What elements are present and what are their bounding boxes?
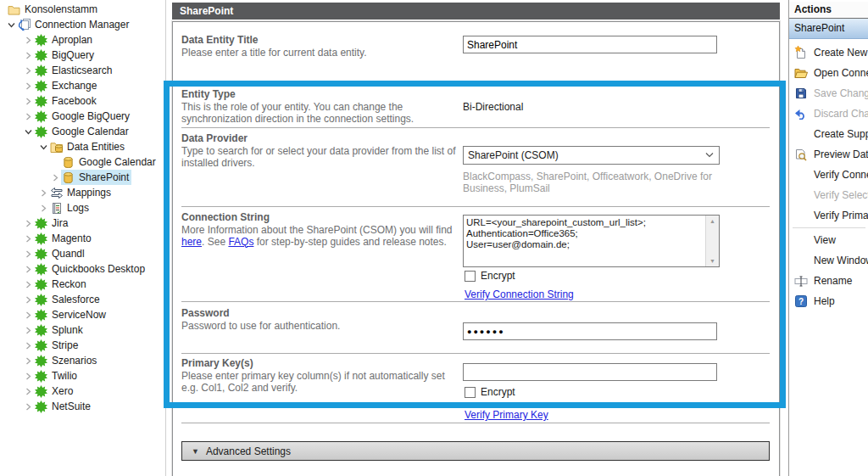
tree-item-salesforce[interactable]: Salesforce (0, 292, 165, 307)
tree-item-body[interactable]: Xero (34, 384, 75, 399)
faqs-link[interactable]: FAQs (228, 236, 253, 248)
tree-item-body[interactable]: Elasticsearch (34, 63, 114, 78)
tree-item-twilio[interactable]: Twilio (0, 368, 165, 384)
tree-item-aproplan[interactable]: Aproplan (0, 32, 165, 48)
chevron-right-icon[interactable] (22, 400, 34, 412)
chevron-right-icon[interactable] (37, 187, 49, 199)
tree-item-body[interactable]: Reckon (34, 277, 89, 292)
chevron-right-icon[interactable] (22, 232, 34, 244)
action-create-suppo[interactable]: Create Suppo (789, 124, 868, 144)
tree-selected-highlight[interactable]: SharePoint (61, 170, 131, 185)
tree-item-logs[interactable]: Logs (0, 200, 165, 216)
tree-item-body[interactable]: Aproplan (34, 32, 95, 48)
encrypt-checkbox[interactable] (465, 387, 476, 398)
chevron-right-icon[interactable] (22, 80, 34, 92)
tree-item-elasticsearch[interactable]: Elasticsearch (0, 63, 165, 78)
chevron-right-icon[interactable] (22, 34, 34, 46)
connection-string-textarea[interactable]: URL=<your_sharepoint_custom_url_list>; A… (463, 215, 720, 267)
tree-item-body[interactable]: Twilio (34, 368, 80, 384)
tree-item-body[interactable]: BigQuery (34, 48, 97, 63)
tree-item-connection-manager[interactable]: Connection Manager (0, 17, 165, 32)
action-verify-conne[interactable]: Verify Conne (789, 165, 868, 185)
advanced-settings-header[interactable]: ▼ Advanced Settings (181, 441, 770, 461)
action-verify-select[interactable]: Verify Select (789, 185, 868, 205)
chevron-right-icon[interactable] (22, 355, 34, 367)
chevron-right-icon[interactable] (22, 263, 34, 275)
chevron-right-icon[interactable] (37, 202, 49, 214)
chevron-down-icon[interactable] (22, 126, 34, 137)
tree-item-konsolenstamm[interactable]: Konsolenstamm (0, 2, 165, 17)
action-create-new-c[interactable]: Create New C (789, 42, 868, 63)
chevron-right-icon[interactable] (22, 309, 34, 321)
tree-item-data-entities[interactable]: Data Entities (0, 139, 165, 154)
chevron-down-icon[interactable] (37, 141, 49, 153)
encrypt-checkbox[interactable] (465, 271, 476, 282)
connection-string-value[interactable]: URL=<your_sharepoint_custom_url_list>; A… (464, 216, 704, 266)
tree-item-body[interactable]: Mappings (49, 185, 114, 200)
tree-item-body[interactable]: Jira (34, 216, 70, 231)
tree-item-body[interactable]: Facebook (34, 93, 99, 109)
tree-item-body[interactable]: Google BigQuery (34, 109, 132, 124)
actions-selected-item[interactable]: SharePoint (789, 19, 868, 39)
tree-item-szenarios[interactable]: Szenarios (0, 353, 165, 368)
chevron-right-icon[interactable] (22, 217, 34, 229)
tree-item-body[interactable]: Logs (49, 200, 92, 216)
tree-item-reckon[interactable]: Reckon (0, 277, 165, 292)
tree-item-splunk[interactable]: Splunk (0, 322, 165, 338)
tree-item-body[interactable]: NetSuite (34, 399, 93, 414)
connection-string-encrypt-row[interactable]: Encrypt (465, 270, 515, 282)
scroll-down-icon[interactable]: ▼ (709, 258, 715, 264)
tree-item-servicenow[interactable]: ServiceNow (0, 307, 165, 322)
tree-item-body[interactable]: Quickbooks Desktop (34, 261, 147, 277)
action-open-conne[interactable]: Open Conne (789, 63, 868, 83)
tree-item-facebook[interactable]: Facebook (0, 93, 165, 109)
tree-item-body[interactable]: Salesforce (34, 292, 103, 307)
tree-item-xero[interactable]: Xero (0, 384, 165, 399)
action-discard-char[interactable]: Discard Char (789, 104, 868, 124)
chevron-right-icon[interactable] (22, 64, 34, 76)
chevron-right-icon[interactable] (22, 110, 34, 122)
verify-primary-key-link[interactable]: Verify Primary Key (465, 409, 548, 421)
chevron-right-icon[interactable] (22, 385, 34, 397)
action-save-change[interactable]: Save Change (789, 83, 868, 104)
chevron-right-icon[interactable] (22, 278, 34, 290)
action-help[interactable]: ?Help (789, 291, 868, 311)
tree-item-body[interactable]: Stripe (34, 338, 81, 353)
scroll-up-icon[interactable]: ▲ (709, 218, 715, 224)
action-preview-data[interactable]: Preview Data (789, 144, 868, 165)
tree-item-body[interactable]: Quandl (34, 246, 87, 261)
tree-item-stripe[interactable]: Stripe (0, 338, 165, 353)
data-entity-title-input[interactable] (463, 36, 717, 53)
chevron-right-icon[interactable] (22, 248, 34, 260)
tree-item-body[interactable]: Szenarios (34, 353, 99, 368)
primary-keys-input[interactable] (463, 363, 717, 381)
tree-item-quickbooks-desktop[interactable]: Quickbooks Desktop (0, 261, 165, 277)
chevron-right-icon[interactable] (22, 95, 34, 107)
tree-item-body[interactable]: Connection Manager (17, 17, 131, 32)
chevron-right-icon[interactable] (22, 49, 34, 61)
textarea-scrollbar[interactable]: ▲ ▼ (705, 216, 719, 266)
data-provider-select[interactable]: SharePoint (CSOM) (463, 146, 720, 165)
tree-item-google-calendar[interactable]: Google Calendar (0, 154, 165, 170)
tree-item-body[interactable]: Exchange (34, 78, 99, 93)
tree-item-google-calendar[interactable]: Google Calendar (0, 124, 165, 139)
tree-item-jira[interactable]: Jira (0, 216, 165, 231)
chevron-right-icon[interactable] (22, 294, 34, 305)
tree-item-sharepoint[interactable]: SharePoint (0, 170, 165, 185)
action-new-window[interactable]: New Window (789, 250, 868, 271)
action-verify-primar[interactable]: Verify Primar (789, 205, 868, 226)
tree-item-bigquery[interactable]: BigQuery (0, 48, 165, 63)
chevron-right-icon[interactable] (22, 324, 34, 336)
here-link[interactable]: here (181, 236, 202, 248)
tree-item-quandl[interactable]: Quandl (0, 246, 165, 261)
tree-item-body[interactable]: Data Entities (49, 139, 127, 154)
chevron-right-icon[interactable] (49, 171, 61, 183)
tree-item-body[interactable]: Konsolenstamm (7, 2, 100, 17)
chevron-right-icon[interactable] (22, 370, 34, 382)
action-rename[interactable]: Rename (789, 271, 868, 291)
tree-item-google-bigquery[interactable]: Google BigQuery (0, 109, 165, 124)
tree-item-exchange[interactable]: Exchange (0, 78, 165, 93)
action-view[interactable]: View (789, 230, 868, 250)
tree-item-magento[interactable]: Magento (0, 231, 165, 246)
chevron-down-icon[interactable] (5, 19, 17, 31)
